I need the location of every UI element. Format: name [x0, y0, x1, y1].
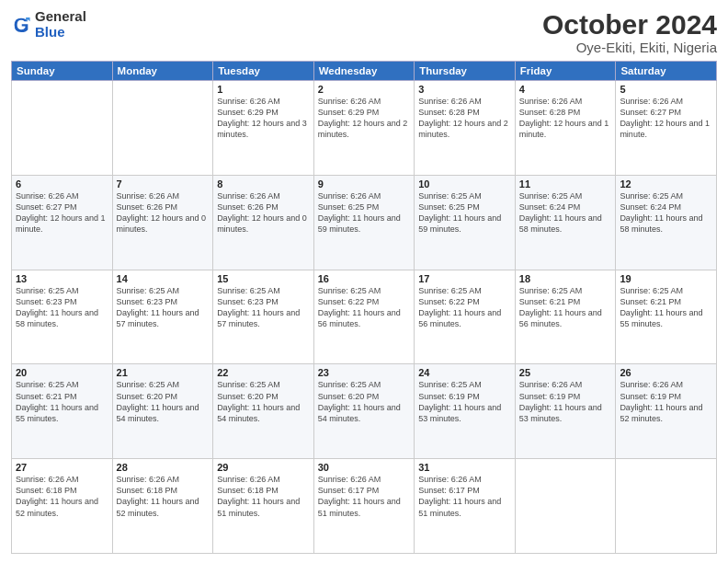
calendar-week-1: 1Sunrise: 6:26 AM Sunset: 6:29 PM Daylig… — [12, 81, 717, 176]
calendar-cell: 6Sunrise: 6:26 AM Sunset: 6:27 PM Daylig… — [12, 175, 113, 270]
calendar-cell: 22Sunrise: 6:25 AM Sunset: 6:20 PM Dayli… — [213, 364, 314, 459]
day-number: 22 — [217, 367, 310, 378]
calendar-cell: 16Sunrise: 6:25 AM Sunset: 6:22 PM Dayli… — [313, 270, 415, 364]
day-number: 9 — [318, 178, 411, 190]
day-number: 29 — [217, 462, 310, 473]
calendar-cell: 3Sunrise: 6:26 AM Sunset: 6:28 PM Daylig… — [415, 81, 516, 176]
calendar-cell: 19Sunrise: 6:25 AM Sunset: 6:21 PM Dayli… — [616, 270, 717, 364]
calendar-cell: 20Sunrise: 6:25 AM Sunset: 6:21 PM Dayli… — [12, 364, 113, 459]
day-info: Sunrise: 6:25 AM Sunset: 6:23 PM Dayligh… — [16, 285, 108, 330]
day-info: Sunrise: 6:26 AM Sunset: 6:18 PM Dayligh… — [217, 474, 310, 519]
calendar-cell: 24Sunrise: 6:25 AM Sunset: 6:19 PM Dayli… — [415, 364, 516, 459]
title-block: October 2024 Oye-Ekiti, Ekiti, Nigeria — [542, 9, 717, 55]
calendar-cell: 1Sunrise: 6:26 AM Sunset: 6:29 PM Daylig… — [213, 81, 314, 176]
day-number: 24 — [418, 367, 511, 378]
calendar-cell — [12, 81, 113, 176]
day-number: 15 — [217, 273, 310, 284]
calendar-cell: 18Sunrise: 6:25 AM Sunset: 6:21 PM Dayli… — [515, 270, 616, 364]
calendar-cell: 29Sunrise: 6:26 AM Sunset: 6:18 PM Dayli… — [213, 459, 314, 554]
month-title: October 2024 — [542, 9, 717, 40]
day-number: 11 — [519, 178, 612, 190]
calendar-cell — [616, 459, 717, 554]
day-info: Sunrise: 6:25 AM Sunset: 6:22 PM Dayligh… — [318, 285, 411, 330]
calendar-cell: 28Sunrise: 6:26 AM Sunset: 6:18 PM Dayli… — [112, 459, 213, 554]
logo: General Blue — [11, 9, 86, 40]
day-info: Sunrise: 6:25 AM Sunset: 6:21 PM Dayligh… — [16, 379, 108, 424]
day-number: 13 — [16, 273, 108, 284]
day-number: 21 — [117, 367, 210, 378]
logo-icon — [11, 15, 31, 35]
calendar-cell — [112, 81, 213, 176]
calendar-cell: 7Sunrise: 6:26 AM Sunset: 6:26 PM Daylig… — [112, 175, 213, 270]
day-number: 7 — [117, 178, 210, 190]
calendar-cell: 15Sunrise: 6:25 AM Sunset: 6:23 PM Dayli… — [213, 270, 314, 364]
calendar-week-5: 27Sunrise: 6:26 AM Sunset: 6:18 PM Dayli… — [12, 459, 717, 554]
day-info: Sunrise: 6:26 AM Sunset: 6:26 PM Dayligh… — [117, 190, 210, 236]
day-number: 18 — [519, 273, 612, 284]
day-number: 20 — [16, 367, 108, 378]
calendar-week-2: 6Sunrise: 6:26 AM Sunset: 6:27 PM Daylig… — [12, 175, 717, 270]
day-info: Sunrise: 6:26 AM Sunset: 6:26 PM Dayligh… — [217, 190, 310, 236]
day-info: Sunrise: 6:25 AM Sunset: 6:21 PM Dayligh… — [620, 285, 712, 330]
day-info: Sunrise: 6:25 AM Sunset: 6:23 PM Dayligh… — [217, 285, 310, 330]
calendar-cell: 30Sunrise: 6:26 AM Sunset: 6:17 PM Dayli… — [313, 459, 415, 554]
day-info: Sunrise: 6:25 AM Sunset: 6:22 PM Dayligh… — [418, 285, 511, 330]
day-info: Sunrise: 6:25 AM Sunset: 6:21 PM Dayligh… — [519, 285, 612, 330]
day-info: Sunrise: 6:26 AM Sunset: 6:18 PM Dayligh… — [16, 474, 108, 519]
day-info: Sunrise: 6:26 AM Sunset: 6:28 PM Dayligh… — [519, 96, 612, 141]
header-wednesday: Wednesday — [313, 62, 415, 81]
day-number: 3 — [418, 84, 511, 95]
calendar-cell: 14Sunrise: 6:25 AM Sunset: 6:23 PM Dayli… — [112, 270, 213, 364]
day-info: Sunrise: 6:26 AM Sunset: 6:17 PM Dayligh… — [418, 474, 511, 519]
calendar-cell: 8Sunrise: 6:26 AM Sunset: 6:26 PM Daylig… — [213, 175, 314, 270]
day-number: 8 — [217, 178, 310, 190]
calendar-cell: 2Sunrise: 6:26 AM Sunset: 6:29 PM Daylig… — [313, 81, 415, 176]
calendar-week-3: 13Sunrise: 6:25 AM Sunset: 6:23 PM Dayli… — [12, 270, 717, 364]
day-info: Sunrise: 6:25 AM Sunset: 6:20 PM Dayligh… — [117, 379, 210, 424]
day-number: 25 — [519, 367, 612, 378]
day-info: Sunrise: 6:25 AM Sunset: 6:25 PM Dayligh… — [418, 190, 511, 236]
calendar-cell: 21Sunrise: 6:25 AM Sunset: 6:20 PM Dayli… — [112, 364, 213, 459]
weekday-header-row: Sunday Monday Tuesday Wednesday Thursday… — [12, 62, 717, 81]
day-number: 2 — [318, 84, 411, 95]
day-info: Sunrise: 6:26 AM Sunset: 6:29 PM Dayligh… — [217, 96, 310, 141]
day-info: Sunrise: 6:25 AM Sunset: 6:24 PM Dayligh… — [620, 190, 712, 236]
calendar-cell — [515, 459, 616, 554]
header-saturday: Saturday — [616, 62, 717, 81]
day-number: 27 — [16, 462, 108, 473]
calendar-cell: 5Sunrise: 6:26 AM Sunset: 6:27 PM Daylig… — [616, 81, 717, 176]
day-number: 17 — [418, 273, 511, 284]
day-number: 6 — [16, 178, 108, 190]
calendar-cell: 17Sunrise: 6:25 AM Sunset: 6:22 PM Dayli… — [415, 270, 516, 364]
header-tuesday: Tuesday — [213, 62, 314, 81]
day-number: 28 — [117, 462, 210, 473]
day-number: 4 — [519, 84, 612, 95]
day-number: 1 — [217, 84, 310, 95]
calendar-cell: 11Sunrise: 6:25 AM Sunset: 6:24 PM Dayli… — [515, 175, 616, 270]
calendar-cell: 9Sunrise: 6:26 AM Sunset: 6:25 PM Daylig… — [313, 175, 415, 270]
calendar-table: Sunday Monday Tuesday Wednesday Thursday… — [11, 61, 717, 554]
calendar-cell: 25Sunrise: 6:26 AM Sunset: 6:19 PM Dayli… — [515, 364, 616, 459]
header-monday: Monday — [112, 62, 213, 81]
day-number: 14 — [117, 273, 210, 284]
day-number: 19 — [620, 273, 712, 284]
day-info: Sunrise: 6:25 AM Sunset: 6:23 PM Dayligh… — [117, 285, 210, 330]
day-number: 10 — [418, 178, 511, 190]
day-info: Sunrise: 6:25 AM Sunset: 6:20 PM Dayligh… — [217, 379, 310, 424]
calendar-cell: 4Sunrise: 6:26 AM Sunset: 6:28 PM Daylig… — [515, 81, 616, 176]
day-info: Sunrise: 6:26 AM Sunset: 6:27 PM Dayligh… — [620, 96, 712, 141]
calendar-cell: 13Sunrise: 6:25 AM Sunset: 6:23 PM Dayli… — [12, 270, 113, 364]
calendar-cell: 27Sunrise: 6:26 AM Sunset: 6:18 PM Dayli… — [12, 459, 113, 554]
main-container: General Blue October 2024 Oye-Ekiti, Eki… — [0, 0, 728, 563]
day-number: 12 — [620, 178, 712, 190]
calendar-cell: 23Sunrise: 6:25 AM Sunset: 6:20 PM Dayli… — [313, 364, 415, 459]
calendar-week-4: 20Sunrise: 6:25 AM Sunset: 6:21 PM Dayli… — [12, 364, 717, 459]
day-info: Sunrise: 6:26 AM Sunset: 6:28 PM Dayligh… — [418, 96, 511, 141]
day-info: Sunrise: 6:26 AM Sunset: 6:17 PM Dayligh… — [318, 474, 411, 519]
day-info: Sunrise: 6:26 AM Sunset: 6:18 PM Dayligh… — [117, 474, 210, 519]
calendar-cell: 26Sunrise: 6:26 AM Sunset: 6:19 PM Dayli… — [616, 364, 717, 459]
header-sunday: Sunday — [12, 62, 113, 81]
day-number: 30 — [318, 462, 411, 473]
day-number: 16 — [318, 273, 411, 284]
logo-text: General Blue — [35, 9, 86, 40]
